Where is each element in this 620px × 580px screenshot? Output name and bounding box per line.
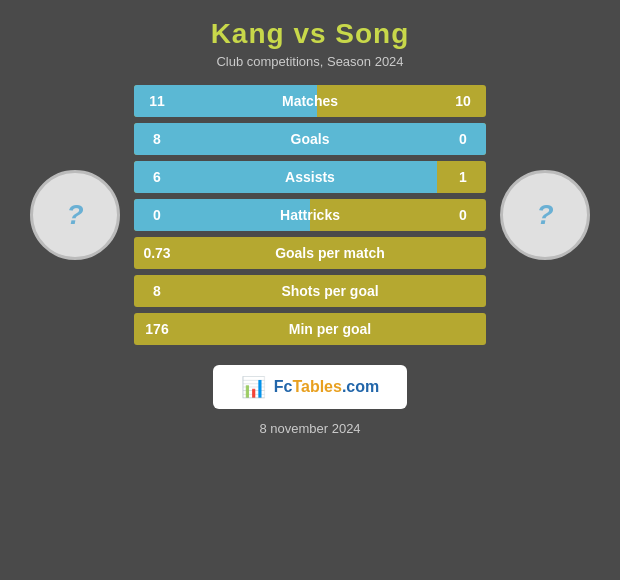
stat-label-1: Goals (174, 131, 446, 147)
stat-left-1: 8 (134, 131, 174, 147)
stat-row-5: 8Shots per goal (134, 275, 486, 307)
stat-row-2: 6Assists1 (134, 161, 486, 193)
right-avatar-circle: ? (500, 170, 590, 260)
logo-chart-icon: 📊 (241, 375, 266, 399)
left-player-icon: ? (66, 199, 83, 231)
stats-container: 11Matches108Goals06Assists10Hattricks00.… (130, 85, 490, 345)
stat-label-0: Matches (174, 93, 446, 109)
stat-right-0: 10 (446, 93, 486, 109)
stat-row-0: 11Matches10 (134, 85, 486, 117)
header: Kang vs Song Club competitions, Season 2… (0, 0, 620, 75)
stat-left-2: 6 (134, 169, 174, 185)
left-player-avatar: ? (20, 170, 130, 260)
stat-row-3: 0Hattricks0 (134, 199, 486, 231)
stat-left-6: 176 (134, 321, 174, 337)
stat-left-5: 8 (134, 283, 174, 299)
stat-label-4: Goals per match (174, 245, 486, 261)
stat-right-3: 0 (446, 207, 486, 223)
stat-label-3: Hattricks (174, 207, 446, 223)
stat-label-6: Min per goal (174, 321, 486, 337)
stat-label-2: Assists (174, 169, 446, 185)
fctables-logo[interactable]: 📊 FcTables.com (213, 365, 408, 409)
page-title: Kang vs Song (0, 18, 620, 50)
right-player-avatar: ? (490, 170, 600, 260)
subtitle: Club competitions, Season 2024 (0, 54, 620, 69)
stat-row-1: 8Goals0 (134, 123, 486, 155)
stat-left-4: 0.73 (134, 245, 174, 261)
stat-right-1: 0 (446, 131, 486, 147)
stat-right-2: 1 (446, 169, 486, 185)
left-avatar-circle: ? (30, 170, 120, 260)
stat-row-4: 0.73Goals per match (134, 237, 486, 269)
right-player-icon: ? (536, 199, 553, 231)
stat-left-0: 11 (134, 93, 174, 109)
stat-label-5: Shots per goal (174, 283, 486, 299)
logo-text: FcTables.com (274, 378, 380, 396)
footer-date: 8 november 2024 (259, 421, 360, 436)
main-area: ? 11Matches108Goals06Assists10Hattricks0… (0, 85, 620, 345)
stat-row-6: 176Min per goal (134, 313, 486, 345)
stat-left-3: 0 (134, 207, 174, 223)
